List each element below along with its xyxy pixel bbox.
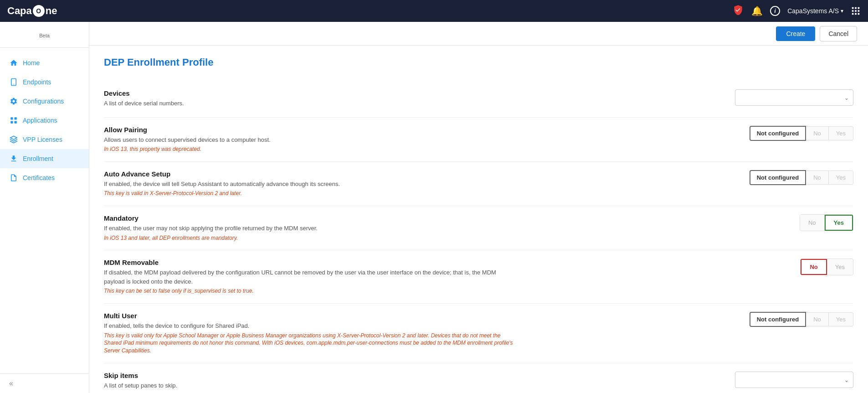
form-row-devices: Devices A list of device serial numbers. bbox=[104, 81, 853, 118]
sidebar-certificates-label: Certificates bbox=[23, 174, 55, 181]
layout: Beta Home Endpoints Configurations bbox=[0, 0, 868, 393]
top-header: CapaOne 🔔 i CapaSystems A/S ▾ bbox=[0, 0, 868, 22]
mandatory-desc: If enabled, the user may not skip applyi… bbox=[104, 224, 514, 233]
sidebar: Beta Home Endpoints Configurations bbox=[0, 22, 89, 393]
mandatory-yes-btn[interactable]: Yes bbox=[825, 215, 853, 231]
info-icon[interactable]: i bbox=[770, 6, 780, 16]
auto-advance-label: Auto Advance Setup bbox=[104, 170, 514, 178]
multi-user-note: This key is valid only for Apple School … bbox=[104, 332, 514, 355]
mandatory-note: In iOS 13 and later, all DEP enrollments… bbox=[104, 234, 514, 242]
allow-pairing-no-btn[interactable]: No bbox=[806, 127, 829, 140]
enrollment-icon bbox=[9, 154, 18, 163]
devices-control bbox=[735, 89, 853, 106]
form-row-mdm-removable: MDM Removable If disabled, the MDM paylo… bbox=[104, 250, 853, 304]
form-row-skip-items: Skip items A list of setup panes to skip… bbox=[104, 363, 853, 393]
allow-pairing-note: In iOS 13, this property was deprecated. bbox=[104, 145, 514, 153]
auto-advance-toggle: Not configured No Yes bbox=[750, 170, 853, 185]
grid-icon[interactable] bbox=[851, 6, 861, 16]
auto-advance-label-area: Auto Advance Setup If enabled, the devic… bbox=[104, 170, 514, 197]
shield-icon[interactable] bbox=[732, 4, 744, 18]
cancel-button[interactable]: Cancel bbox=[820, 26, 857, 41]
logo-text: Capa bbox=[7, 5, 32, 17]
sidebar-item-configurations[interactable]: Configurations bbox=[0, 92, 89, 111]
svg-rect-1 bbox=[855, 7, 857, 9]
create-button[interactable]: Create bbox=[776, 26, 815, 41]
auto-advance-not-configured-btn[interactable]: Not configured bbox=[750, 170, 806, 185]
svg-rect-4 bbox=[855, 10, 857, 12]
skip-items-desc: A list of setup panes to skip. bbox=[104, 381, 514, 390]
company-dropdown-icon: ▾ bbox=[841, 8, 843, 14]
multi-user-toggle: Not configured No Yes bbox=[750, 312, 853, 327]
allow-pairing-control: Not configured No Yes bbox=[750, 126, 853, 141]
svg-rect-11 bbox=[10, 117, 13, 119]
devices-select-wrapper bbox=[735, 89, 853, 106]
svg-rect-3 bbox=[852, 10, 854, 12]
sidebar-item-vpp-licenses[interactable]: VPP Licenses bbox=[0, 130, 89, 149]
form-row-auto-advance: Auto Advance Setup If enabled, the devic… bbox=[104, 162, 853, 206]
multi-user-yes-btn[interactable]: Yes bbox=[829, 313, 853, 326]
sidebar-item-applications[interactable]: Applications bbox=[0, 111, 89, 130]
sub-header: Create Cancel bbox=[89, 22, 868, 46]
mandatory-label: Mandatory bbox=[104, 214, 514, 222]
svg-rect-8 bbox=[858, 13, 860, 15]
main-area: Create Cancel DEP Enrollment Profile Dev… bbox=[89, 22, 868, 393]
multi-user-label-area: Multi User If enabled, tells the device … bbox=[104, 312, 514, 355]
auto-advance-note: This key is valid in X-Server-Protocol-V… bbox=[104, 190, 514, 197]
mdm-removable-no-btn[interactable]: No bbox=[801, 259, 827, 275]
sidebar-item-certificates[interactable]: Certificates bbox=[0, 168, 89, 187]
devices-label: Devices bbox=[104, 89, 514, 97]
multi-user-desc: If enabled, tells the device to configur… bbox=[104, 321, 514, 331]
svg-rect-5 bbox=[858, 10, 860, 12]
bell-icon[interactable]: 🔔 bbox=[751, 5, 763, 16]
header-right: 🔔 i CapaSystems A/S ▾ bbox=[732, 4, 861, 18]
mandatory-yes-no: No Yes bbox=[800, 214, 853, 231]
auto-advance-no-btn[interactable]: No bbox=[806, 171, 829, 184]
sidebar-item-enrollment[interactable]: Enrollment bbox=[0, 149, 89, 168]
multi-user-not-configured-btn[interactable]: Not configured bbox=[750, 312, 806, 327]
vpp-icon bbox=[9, 135, 18, 144]
allow-pairing-label-area: Allow Pairing Allows users to connect su… bbox=[104, 126, 514, 153]
sidebar-logo-area: Beta bbox=[0, 22, 89, 48]
skip-items-label: Skip items bbox=[104, 372, 514, 379]
mandatory-no-btn[interactable]: No bbox=[800, 215, 825, 231]
mdm-removable-yes-btn[interactable]: Yes bbox=[827, 259, 853, 275]
auto-advance-desc: If enabled, the device will tell Setup A… bbox=[104, 180, 514, 189]
svg-rect-6 bbox=[852, 13, 854, 15]
mandatory-control: No Yes bbox=[800, 214, 853, 231]
svg-rect-0 bbox=[852, 7, 854, 9]
allow-pairing-not-configured-btn[interactable]: Not configured bbox=[750, 126, 806, 141]
sidebar-vpp-label: VPP Licenses bbox=[23, 136, 62, 143]
skip-items-control bbox=[735, 372, 853, 388]
svg-rect-12 bbox=[15, 117, 17, 119]
sidebar-item-endpoints[interactable]: Endpoints bbox=[0, 72, 89, 92]
skip-items-select[interactable] bbox=[735, 372, 853, 388]
allow-pairing-yes-btn[interactable]: Yes bbox=[829, 127, 853, 140]
multi-user-no-btn[interactable]: No bbox=[806, 313, 829, 326]
sidebar-item-home[interactable]: Home bbox=[0, 53, 89, 72]
auto-advance-control: Not configured No Yes bbox=[750, 170, 853, 185]
form-row-multi-user: Multi User If enabled, tells the device … bbox=[104, 304, 853, 363]
company-selector[interactable]: CapaSystems A/S ▾ bbox=[787, 7, 843, 15]
configurations-icon bbox=[9, 97, 18, 106]
certificates-icon bbox=[9, 173, 18, 182]
svg-rect-7 bbox=[855, 13, 857, 15]
allow-pairing-yes-no: No Yes bbox=[806, 126, 853, 140]
auto-advance-yes-btn[interactable]: Yes bbox=[829, 171, 853, 184]
home-icon bbox=[9, 58, 18, 67]
sidebar-collapse-button[interactable]: « bbox=[0, 373, 89, 393]
page-title: DEP Enrollment Profile bbox=[104, 57, 853, 68]
allow-pairing-desc: Allows users to connect supervised devic… bbox=[104, 135, 514, 145]
devices-select[interactable] bbox=[735, 89, 853, 106]
multi-user-control: Not configured No Yes bbox=[750, 312, 853, 327]
logo-icon: O bbox=[33, 5, 45, 17]
sidebar-applications-label: Applications bbox=[23, 117, 57, 124]
svg-rect-14 bbox=[15, 121, 17, 124]
logo: CapaOne bbox=[7, 5, 57, 17]
svg-rect-2 bbox=[858, 7, 860, 9]
sidebar-endpoints-label: Endpoints bbox=[23, 78, 51, 86]
allow-pairing-label: Allow Pairing bbox=[104, 126, 514, 134]
sidebar-home-label: Home bbox=[23, 59, 40, 67]
multi-user-yes-no: No Yes bbox=[806, 312, 853, 326]
mdm-removable-control: No Yes bbox=[800, 259, 853, 275]
allow-pairing-toggle: Not configured No Yes bbox=[750, 126, 853, 141]
